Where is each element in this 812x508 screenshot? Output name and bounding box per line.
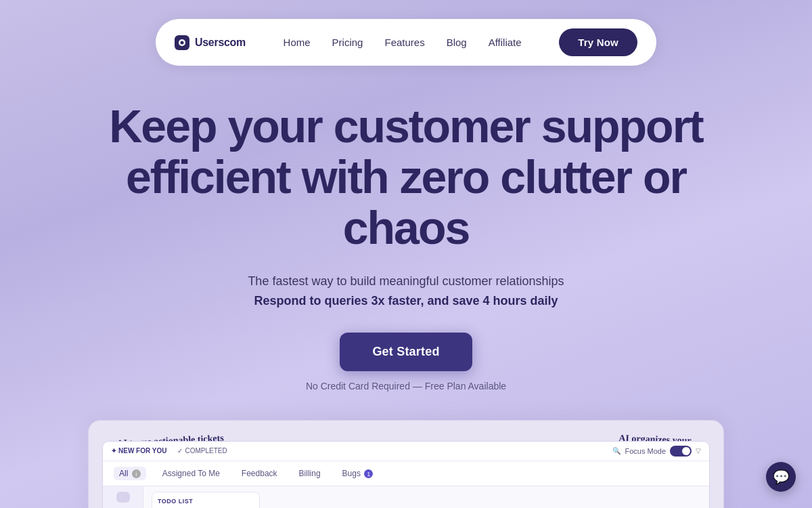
search-icon: 🔍 bbox=[612, 447, 621, 454]
nav-links: Home Pricing Features Blog Affiliate bbox=[284, 37, 522, 48]
app-screenshot-container: AI turns actionable ticketsinto a to-do … bbox=[88, 420, 724, 508]
hero-subtitle-bold: Respond to queries 3x faster, and save 4… bbox=[254, 294, 558, 308]
tab-all[interactable]: All i bbox=[114, 467, 146, 481]
chat-bubble-button[interactable]: 💬 bbox=[766, 462, 796, 492]
app-category-tabs: All i Assigned To Me Feedback Billing Bu… bbox=[103, 461, 709, 487]
app-header-tabs-bar: ✦ NEW FOR YOU ✓ COMPLETED 🔍 Focus Mode ▽ bbox=[103, 442, 709, 461]
app-sidebar bbox=[103, 486, 143, 508]
hero-title: Keep your customer support efficient wit… bbox=[102, 101, 710, 253]
app-window: ✦ NEW FOR YOU ✓ COMPLETED 🔍 Focus Mode ▽… bbox=[102, 441, 710, 508]
app-content: TODO LIST Schedule a call with Investiga… bbox=[143, 486, 709, 508]
completed-tab[interactable]: ✓ COMPLETED bbox=[177, 447, 227, 454]
nav-pricing[interactable]: Pricing bbox=[332, 37, 363, 48]
bugs-badge: 1 bbox=[364, 469, 373, 478]
svg-point-2 bbox=[181, 41, 184, 44]
tab-feedback[interactable]: Feedback bbox=[236, 467, 283, 480]
app-main-content: TODO LIST Schedule a call with Investiga… bbox=[103, 486, 709, 508]
todo-label: TODO LIST bbox=[158, 498, 254, 505]
focus-mode-label: Focus Mode bbox=[625, 447, 666, 455]
filter-icon: ▽ bbox=[696, 447, 701, 454]
hero-section: Keep your customer support efficient wit… bbox=[0, 66, 812, 412]
no-credit-card-text: No Credit Card Required — Free Plan Avai… bbox=[0, 381, 812, 391]
get-started-button[interactable]: Get Started bbox=[340, 333, 472, 371]
hero-subtitle-text: The fastest way to build meaningful cust… bbox=[248, 274, 564, 288]
nav-blog[interactable]: Blog bbox=[447, 37, 467, 48]
logo-text: Userscom bbox=[195, 37, 246, 49]
logo-icon bbox=[175, 35, 189, 50]
nav-home[interactable]: Home bbox=[284, 37, 311, 48]
try-now-button[interactable]: Try Now bbox=[559, 28, 637, 56]
nav-affiliate[interactable]: Affiliate bbox=[489, 37, 522, 48]
tab-assigned[interactable]: Assigned To Me bbox=[157, 467, 225, 480]
tab-bugs[interactable]: Bugs 1 bbox=[337, 467, 379, 481]
navbar: Userscom Home Pricing Features Blog Affi… bbox=[156, 19, 656, 66]
chat-icon: 💬 bbox=[773, 469, 790, 485]
nav-features[interactable]: Features bbox=[384, 37, 424, 48]
new-for-you-tab[interactable]: ✦ NEW FOR YOU bbox=[111, 447, 166, 454]
hero-title-line2: efficient with zero clutter or chaos bbox=[126, 151, 686, 253]
todo-section: TODO LIST Schedule a call with Investiga… bbox=[152, 492, 260, 508]
hero-title-line1: Keep your customer support bbox=[109, 100, 703, 152]
hero-subtitle: The fastest way to build meaningful cust… bbox=[0, 272, 812, 311]
sidebar-item-1[interactable] bbox=[116, 492, 130, 502]
focus-mode-toggle[interactable] bbox=[670, 446, 692, 457]
all-tab-info: i bbox=[132, 469, 141, 478]
logo[interactable]: Userscom bbox=[175, 35, 246, 50]
tab-billing[interactable]: Billing bbox=[294, 467, 326, 480]
